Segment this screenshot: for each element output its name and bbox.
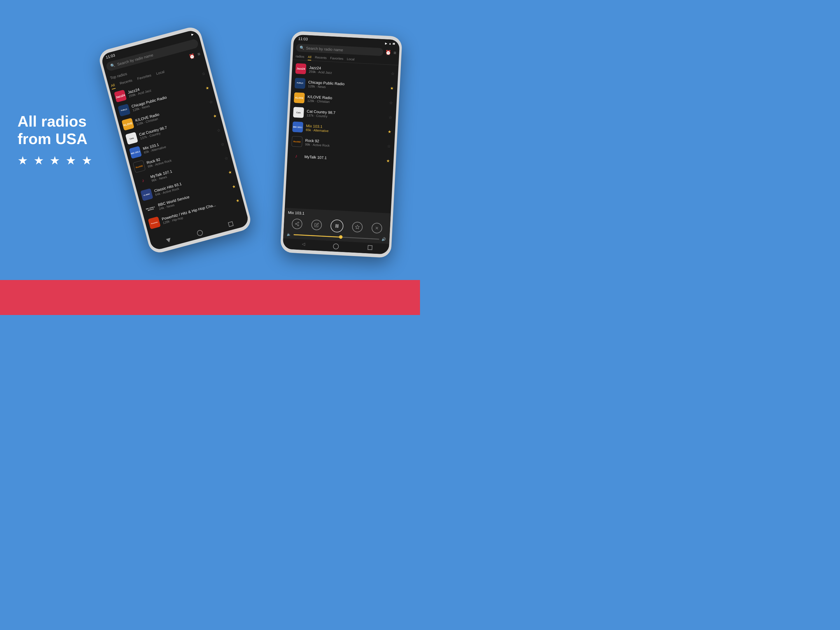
status-icons-left: ▶ [191,32,194,36]
search-placeholder-right: Search by radio name [306,46,343,52]
radio-logo: Rock92 [133,160,145,173]
favorite-star[interactable]: ☆ [209,99,214,105]
radio-logo: BBC WORLD SERVICE [144,202,157,215]
radio-logo: PUBL|C [295,78,306,89]
favorite-star[interactable]: ★ [205,85,210,91]
favorite-star[interactable]: ☆ [389,100,393,105]
radio-logo: ♪ [291,150,302,162]
phone-left-screen: 11:03 ▶ 🔍 Search by radio name Top radio… [100,29,249,251]
radio-logo: Cats [293,107,304,118]
wifi-icon: ▲ [388,42,392,45]
favorite-star[interactable]: ☆ [391,71,395,76]
tab-favorites-right[interactable]: Favorites [330,56,343,62]
favorite-star[interactable]: ☆ [201,71,206,76]
svg-marker-7 [355,225,360,229]
radio-name: MyTalk 107.1 [304,154,383,163]
radio-logo: PUBL|C [118,104,131,117]
favorite-star[interactable]: ★ [388,129,392,134]
battery-icon: ▮▮ [393,42,395,45]
nav-back[interactable] [166,238,172,243]
favorite-star[interactable]: ☆ [224,155,229,161]
promo-title: All radios from USA [17,113,99,148]
edit-button[interactable] [311,219,322,231]
menu-icon[interactable]: ≡ [197,51,201,57]
phone-right-screen: 11:03 ▶ ▲ ▮▮ 🔍 Search by radio name ⏰ [283,35,400,254]
radio-logo: Powerhitz [148,216,161,229]
radio-logo: KLOVE [294,92,305,104]
favorite-button[interactable] [352,222,363,233]
status-icons-right: ▶ ▲ ▮▮ [385,42,395,46]
volume-high-icon: 🔊 [382,237,386,242]
menu-icon-right[interactable]: ≡ [393,50,396,55]
volume-low-icon: 🔈 [287,232,291,237]
favorite-star[interactable]: ★ [390,86,394,91]
radio-info: Rock 92 99k · Active Rock [305,138,384,150]
favorite-star[interactable]: ★ [231,184,236,189]
signal-icon: ▶ [191,32,194,36]
tab-local-right[interactable]: Local [347,57,355,63]
search-icon-right: 🔍 [300,46,305,50]
phones-container: 11:03 ▶ 🔍 Search by radio name Top radio… [99,12,403,268]
left-promo: All radios from USA ★ ★ ★ ★ ★ [17,113,99,167]
phone-right: 11:03 ▶ ▲ ▮▮ 🔍 Search by radio name ⏰ [280,31,402,258]
tab-radios-right[interactable]: radios [295,55,305,60]
nav-recents-right[interactable] [368,245,373,250]
svg-rect-6 [337,224,338,228]
close-button[interactable] [371,223,382,234]
nav-home[interactable] [196,229,203,237]
volume-track[interactable] [294,234,379,240]
favorite-star[interactable]: ☆ [220,142,225,147]
svg-line-3 [296,224,298,225]
main-background: All radios from USA ★ ★ ★ ★ ★ 11:03 ▶ 🔍 … [0,0,420,280]
bottom-stripe [0,280,420,315]
alarm-icon-right[interactable]: ⏰ [385,50,392,55]
radio-logo: Rock92 [291,136,302,147]
svg-point-0 [298,222,299,223]
search-icon-left: 🔍 [110,63,115,68]
phone-left: 11:03 ▶ 🔍 Search by radio name Top radio… [97,25,253,255]
favorite-star[interactable]: ☆ [387,144,391,149]
tab-recents-right[interactable]: Recents [315,55,327,61]
radio-logo: Jazz24 [295,63,306,74]
favorite-star[interactable]: ★ [235,198,240,203]
star-rating: ★ ★ ★ ★ ★ [17,154,99,167]
radio-logo: Jazz24 [114,90,127,103]
favorite-star[interactable]: ★ [227,170,232,175]
favorite-star[interactable]: ☆ [216,128,221,133]
share-button[interactable] [292,218,303,229]
favorite-star[interactable]: ☆ [388,115,393,120]
radio-info: Jazz24 259k · Acid Jazz [309,65,388,77]
nav-recents[interactable] [228,221,234,227]
radio-list-left: Jazz24 Jazz24 259k · Acid Jazz ☆ PUBL|C … [110,64,247,241]
alarm-icon[interactable]: ⏰ [188,53,196,60]
player-controls [287,217,387,235]
nav-home-right[interactable] [333,243,339,249]
volume-thumb[interactable] [339,235,343,239]
tab-all-right[interactable]: All [308,55,311,61]
nav-back-right[interactable]: ◁ [300,242,305,246]
svg-rect-5 [336,224,337,228]
play-indicator: ▶ [385,42,388,45]
header-right-icons: ⏰ ≡ [385,50,396,56]
radio-logo: MIX 103.1 [129,146,142,159]
radio-info: Mix 103.1 65k · Alternative [306,123,385,135]
radio-info: K/LOVE Radio 128k · Christian [307,94,387,106]
status-time-right: 11:03 [298,36,308,41]
radio-logo: ♪ [136,174,149,187]
radio-logo: #1 WNC [140,188,153,201]
radio-logo: KLOVE [122,118,134,131]
status-time-left: 11:03 [105,53,115,60]
radio-list-right: Jazz24 Jazz24 259k · Acid Jazz ☆ PUBL|C … [285,60,398,213]
radio-info: Cat Country 98.7 137k · Country [306,109,386,121]
radio-info: Chicago Public Radio 128k · News [308,80,387,92]
volume-fill [294,234,341,237]
radio-logo: MIX 103.1 [292,122,303,133]
radio-logo: Cats [125,132,138,145]
player-bar: Mix 103.1 [283,208,391,244]
svg-line-4 [297,223,298,224]
favorite-star[interactable]: ★ [213,113,218,119]
pause-button[interactable] [330,219,344,233]
radio-info: MyTalk 107.1 [304,154,383,163]
favorite-star[interactable]: ★ [386,158,390,163]
